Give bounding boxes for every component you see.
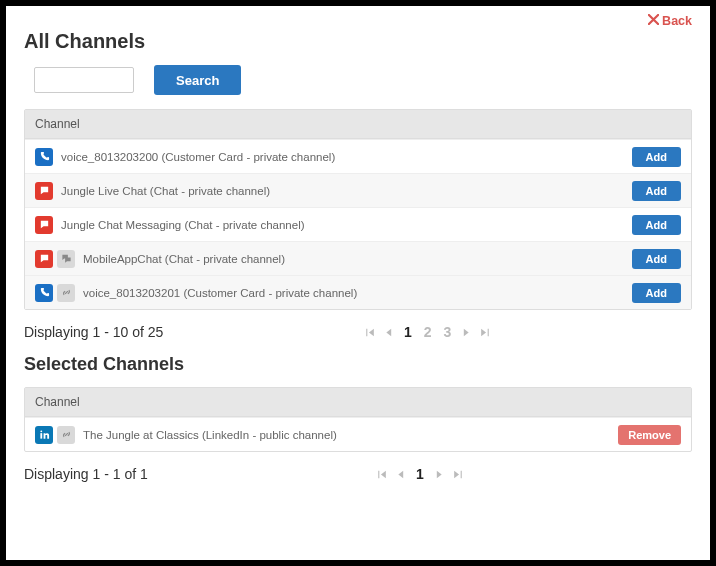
remove-button[interactable]: Remove — [618, 425, 681, 445]
add-button[interactable]: Add — [632, 249, 681, 269]
table-row: Jungle Live Chat (Chat - private channel… — [25, 173, 691, 207]
table-header: Channel — [25, 388, 691, 417]
link-icon — [57, 426, 75, 444]
page-number[interactable]: 2 — [421, 324, 435, 340]
chat-icon — [35, 216, 53, 234]
table-row: voice_8013203201 (Customer Card - privat… — [25, 275, 691, 309]
page-last-icon[interactable] — [479, 326, 492, 339]
page-last-icon[interactable] — [452, 468, 465, 481]
channel-label: Jungle Live Chat (Chat - private channel… — [61, 185, 632, 197]
all-channels-table: Channel voice_8013203200 (Customer Card … — [24, 109, 692, 310]
status-text: Displaying 1 - 1 of 1 — [24, 466, 148, 482]
pager: 1 2 3 — [163, 324, 692, 340]
add-button[interactable]: Add — [632, 215, 681, 235]
table-header: Channel — [25, 110, 691, 139]
page-prev-icon[interactable] — [394, 468, 407, 481]
close-icon — [648, 14, 659, 28]
page-number[interactable]: 3 — [441, 324, 455, 340]
table-row: The Jungle at Classics (LinkedIn - publi… — [25, 417, 691, 451]
linkedin-icon — [35, 426, 53, 444]
add-button[interactable]: Add — [632, 283, 681, 303]
page-prev-icon[interactable] — [382, 326, 395, 339]
phone-icon — [35, 284, 53, 302]
phone-icon — [35, 148, 53, 166]
table-row: MobileAppChat (Chat - private channel) A… — [25, 241, 691, 275]
back-label: Back — [662, 14, 692, 28]
svg-point-1 — [40, 430, 42, 432]
search-input[interactable] — [34, 67, 134, 93]
table-row: voice_8013203200 (Customer Card - privat… — [25, 139, 691, 173]
add-button[interactable]: Add — [632, 147, 681, 167]
channel-label: The Jungle at Classics (LinkedIn - publi… — [83, 429, 618, 441]
table-row: Jungle Chat Messaging (Chat - private ch… — [25, 207, 691, 241]
page-title-selected: Selected Channels — [24, 354, 692, 375]
add-button[interactable]: Add — [632, 181, 681, 201]
link-icon — [57, 284, 75, 302]
pager: 1 — [148, 466, 692, 482]
page-first-icon[interactable] — [375, 468, 388, 481]
page-first-icon[interactable] — [363, 326, 376, 339]
search-button[interactable]: Search — [154, 65, 241, 95]
page-number[interactable]: 1 — [413, 466, 427, 482]
channel-label: Jungle Chat Messaging (Chat - private ch… — [61, 219, 632, 231]
page-title-all: All Channels — [24, 30, 692, 53]
page-number[interactable]: 1 — [401, 324, 415, 340]
channel-label: voice_8013203200 (Customer Card - privat… — [61, 151, 632, 163]
messaging-icon — [57, 250, 75, 268]
svg-rect-0 — [40, 433, 42, 439]
channel-label: voice_8013203201 (Customer Card - privat… — [83, 287, 632, 299]
selected-channels-table: Channel The Jungle at Classics (LinkedIn… — [24, 387, 692, 452]
page-next-icon[interactable] — [460, 326, 473, 339]
page-next-icon[interactable] — [433, 468, 446, 481]
status-text: Displaying 1 - 10 of 25 — [24, 324, 163, 340]
chat-icon — [35, 250, 53, 268]
back-button[interactable]: Back — [648, 14, 692, 28]
chat-icon — [35, 182, 53, 200]
channel-label: MobileAppChat (Chat - private channel) — [83, 253, 632, 265]
